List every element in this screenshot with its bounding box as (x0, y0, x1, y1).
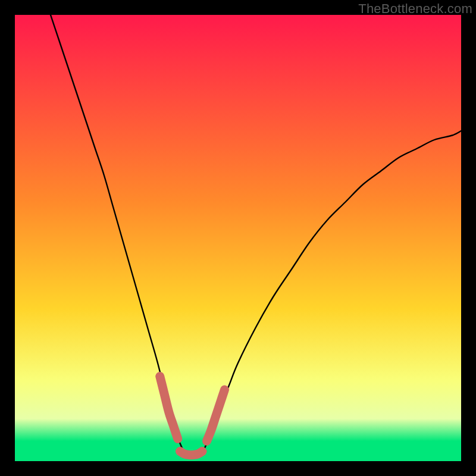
gradient-background (15, 15, 461, 461)
watermark-text: TheBottleneck.com (358, 1, 472, 17)
chart-frame (15, 15, 461, 461)
highlight-valley-floor (180, 452, 203, 455)
bottleneck-chart (15, 15, 461, 461)
